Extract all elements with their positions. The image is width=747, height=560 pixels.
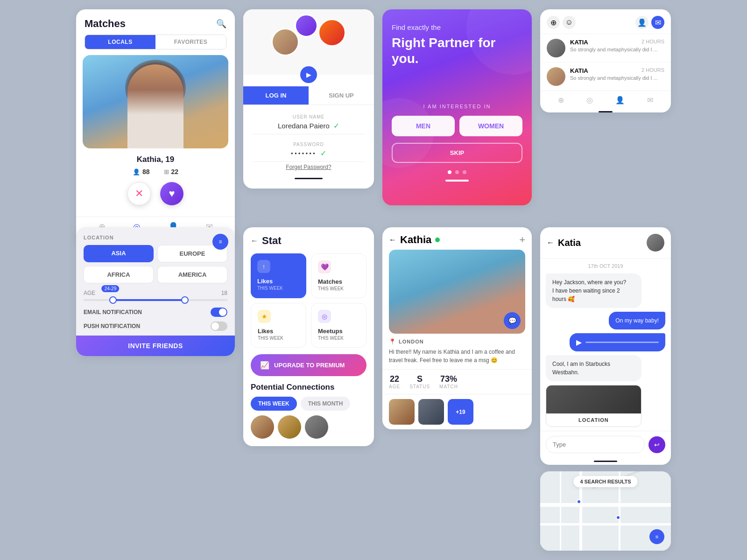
loc-africa[interactable]: AFRICA (84, 266, 154, 283)
chat-input[interactable] (546, 436, 645, 453)
chat-time-1: 2 HOURS (641, 39, 664, 46)
add-chat-icon[interactable]: ⊕ (547, 16, 560, 29)
slider-thumb-left[interactable]: 24-29 (109, 296, 117, 304)
potential-title: Potential Connections (251, 383, 366, 392)
stat-followers: 👤 88 (133, 168, 150, 175)
msg-received-1: Hey Jackson, where are you?I have been w… (546, 273, 641, 308)
detail-photos: +19 (382, 394, 532, 429)
pot-avatar-1 (251, 415, 274, 439)
pot-tab-month[interactable]: THIS MONTH (301, 397, 351, 411)
like-button[interactable]: ♥ (160, 182, 183, 205)
tab-signup[interactable]: SIGN UP (309, 86, 374, 105)
map-road-v3 (560, 471, 561, 551)
emoji-icon[interactable]: ☺ (563, 16, 576, 29)
check-icon: ✓ (333, 121, 339, 130)
login-card: ▶ LOG IN SIGN UP USER NAME Loredana Paie… (243, 9, 374, 189)
interest-label: I AM INTERESTED IN (392, 104, 522, 109)
potential-tabs: THIS WEEK THIS MONTH (251, 397, 366, 411)
stat-grid: ⊞ 22 (164, 168, 179, 175)
chat-input-row: ↩ (540, 431, 671, 458)
tab-bar: LOCALS FAVORITES (85, 35, 226, 49)
chat-time-2: 2 HOURS (641, 67, 664, 74)
nav-mail-icon-2[interactable]: ✉ (647, 96, 653, 105)
location-message: LOCATION (546, 385, 641, 427)
menu-button[interactable]: ≡ (212, 234, 228, 250)
back-arrow-icon[interactable]: ← (251, 237, 258, 245)
msg-received-2: Cool, I am in Starbucks Westbahn. (546, 355, 641, 381)
push-notif-label: PUSH NOTIFICATION (84, 323, 140, 329)
pot-tab-week[interactable]: THIS WEEK (251, 397, 297, 411)
tile-meetups: ◎ Meetups THIS WEEK (311, 303, 366, 348)
back-arrow-profile[interactable]: ← (389, 236, 396, 244)
person-icon-header[interactable]: 👤 (635, 16, 648, 29)
slider-thumb-right[interactable] (181, 296, 189, 304)
chat-partner-name: Katia (558, 238, 581, 248)
mail-icon-header[interactable]: ✉ (651, 16, 664, 29)
loc-asia[interactable]: ASIA (84, 245, 154, 262)
avatar-2 (295, 14, 318, 37)
push-notif-toggle[interactable] (211, 322, 227, 331)
tab-locals[interactable]: LOCALS (85, 35, 155, 49)
upgrade-label: UPGRADE TO PREMIUM (274, 362, 345, 369)
tile-sublabel-1: THIS WEEK (257, 286, 300, 291)
upgrade-button[interactable]: 📈 UPGRADE TO PREMIUM (251, 354, 366, 376)
nav-person-icon[interactable]: 👤 (615, 96, 625, 105)
invite-friends-button[interactable]: INVITE FRIENDS (76, 336, 235, 356)
email-notif-row: EMAIL NOTIFICATION (84, 308, 227, 317)
star-icon: ★ (258, 310, 271, 323)
gender-women-button[interactable]: WOMEN (459, 116, 522, 136)
chat-list-card: ⊕ ☺ 👤 ✉ KATIA 2 HOURS So strongly and me… (540, 9, 671, 112)
chat-bubble-button[interactable]: 💬 (504, 312, 521, 329)
chat-list-nav: ⊕ ◎ 👤 ✉ (540, 91, 671, 108)
email-notif-toggle[interactable] (211, 308, 227, 317)
profile-image (83, 55, 228, 148)
nav-circle-icon[interactable]: ◎ (586, 96, 593, 105)
gender-card: Find exactly the Right Partner for you. … (382, 9, 532, 205)
stat-tiles: ↑ Likes THIS WEEK 💜 Matches THIS WEEK ★ … (251, 253, 366, 348)
detail-profile-image: 💬 (389, 250, 525, 334)
detail-profile-name: Kathia (400, 234, 431, 246)
chat-info-1: KATIA 2 HOURS So strongly and metaphysic… (570, 39, 664, 52)
photo-thumb-1 (389, 399, 415, 425)
dot-3 (463, 170, 466, 174)
push-notif-row: PUSH NOTIFICATION (84, 322, 227, 331)
stat-card: ← Stat ↑ Likes THIS WEEK 💜 Matches THIS … (243, 227, 374, 446)
forgot-password-link[interactable]: Forget Password? (253, 164, 365, 170)
location-card: ≡ LOCATION ASIA EUROPE AFRICA AMERICA AG… (76, 227, 235, 356)
loc-america[interactable]: AMERICA (157, 266, 227, 283)
age-slider[interactable]: 24-29 (84, 299, 227, 301)
send-button[interactable]: ↩ (648, 436, 665, 453)
chat-avatar-1 (547, 39, 565, 57)
login-form: USER NAME Loredana Paiero ✓ PASSWORD ●●●… (243, 105, 374, 189)
more-photos-button[interactable]: +19 (448, 399, 473, 425)
chat-item-2[interactable]: KATIA 2 HOURS So strongly and metaphysic… (540, 62, 671, 91)
detail-location: 📍 LONDON (382, 334, 532, 348)
chat-date: 17th OCT 2019 (540, 259, 671, 273)
play-icon[interactable]: ▶ (576, 338, 582, 347)
location-grid: ASIA EUROPE AFRICA AMERICA (84, 245, 227, 283)
avatar-1 (271, 28, 299, 56)
chat-preview-1: So strongly and metaphysically did I ... (570, 47, 664, 52)
search-icon[interactable]: 🔍 (216, 19, 226, 29)
location-message-label: LOCATION (546, 413, 641, 427)
add-icon[interactable]: + (519, 234, 525, 246)
stat-title: Stat (262, 235, 282, 247)
nav-add-icon-2[interactable]: ⊕ (558, 96, 564, 105)
play-button[interactable]: ▶ (300, 66, 317, 83)
msg-sent-1: On my way baby! (609, 312, 665, 329)
col4-bottom: ← Katia 17th OCT 2019 Hey Jackson, where… (540, 227, 671, 551)
chat-back-arrow[interactable]: ← (547, 238, 554, 247)
chat-nav-indicator (599, 111, 613, 112)
tile-sublabel-4: THIS WEEK (318, 336, 359, 341)
matches-icon: 💜 (318, 260, 331, 273)
age-section: AGE 18 24-29 (84, 290, 227, 301)
dislike-button[interactable]: ✕ (127, 182, 151, 205)
chat-item-1[interactable]: KATIA 2 HOURS So strongly and metaphysic… (540, 34, 671, 62)
upgrade-icon: 📈 (260, 361, 269, 370)
tab-favorites[interactable]: FAVORITES (155, 35, 226, 49)
chat-preview-2: So strongly and metaphysically did I ... (570, 75, 664, 81)
tile-sublabel-2: THIS WEEK (318, 286, 359, 291)
profile-detail-card: ← Kathia + 💬 📍 LONDON Hi there!! My name… (382, 227, 532, 429)
map-menu-button[interactable]: ≡ (649, 529, 664, 544)
tab-login[interactable]: LOG IN (243, 86, 309, 105)
